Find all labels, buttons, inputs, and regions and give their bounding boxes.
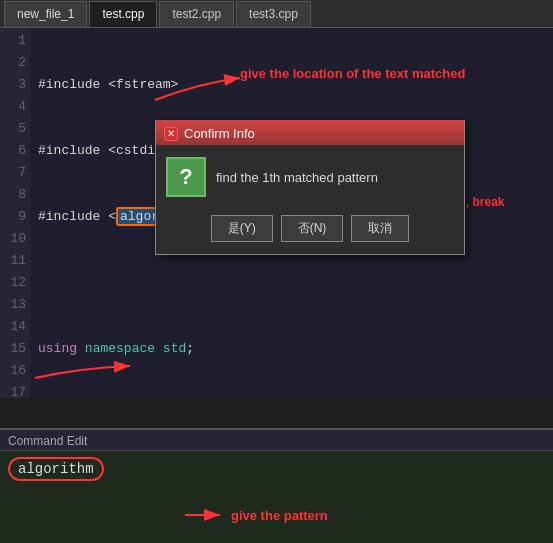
- tab-test2-cpp[interactable]: test2.cpp: [159, 1, 234, 27]
- cmd-arrow-icon: [185, 505, 225, 525]
- dialog-body: ? find the 1th matched pattern: [156, 145, 464, 209]
- dialog-no-button[interactable]: 否(N): [281, 215, 344, 242]
- command-edit-label: Command Edit: [0, 430, 553, 451]
- dialog-message: find the 1th matched pattern: [216, 170, 454, 185]
- dialog-title: Confirm Info: [184, 126, 255, 141]
- tab-label: test2.cpp: [172, 7, 221, 21]
- tab-label: test3.cpp: [249, 7, 298, 21]
- dialog-yes-button[interactable]: 是(Y): [211, 215, 273, 242]
- dialog-close-button[interactable]: ✕: [164, 127, 178, 141]
- code-line-4: [38, 272, 545, 294]
- line-numbers: 12345 678910 1112131415 1617: [0, 28, 30, 398]
- tab-new-file[interactable]: new_file_1: [4, 1, 87, 27]
- code-line-5: using namespace std;: [38, 338, 545, 360]
- code-line-1: #include <fstream>: [38, 74, 545, 96]
- command-edit-area: Command Edit algorithm give the pattern: [0, 428, 553, 543]
- tab-test-cpp[interactable]: test.cpp: [89, 1, 157, 27]
- command-edit-input[interactable]: algorithm: [0, 451, 553, 487]
- tab-test3-cpp[interactable]: test3.cpp: [236, 1, 311, 27]
- confirm-dialog: ✕ Confirm Info ? find the 1th matched pa…: [155, 120, 465, 255]
- cmd-annotation: give the pattern: [185, 505, 328, 525]
- dialog-title-bar: ✕ Confirm Info: [156, 122, 464, 145]
- command-value-highlight: algorithm: [8, 457, 104, 481]
- tab-label: test.cpp: [102, 7, 144, 21]
- dialog-question-icon: ?: [166, 157, 206, 197]
- tab-bar: new_file_1 test.cpp test2.cpp test3.cpp: [0, 0, 553, 28]
- tab-label: new_file_1: [17, 7, 74, 21]
- dialog-buttons: 是(Y) 否(N) 取消: [156, 209, 464, 254]
- dialog-cancel-button[interactable]: 取消: [351, 215, 409, 242]
